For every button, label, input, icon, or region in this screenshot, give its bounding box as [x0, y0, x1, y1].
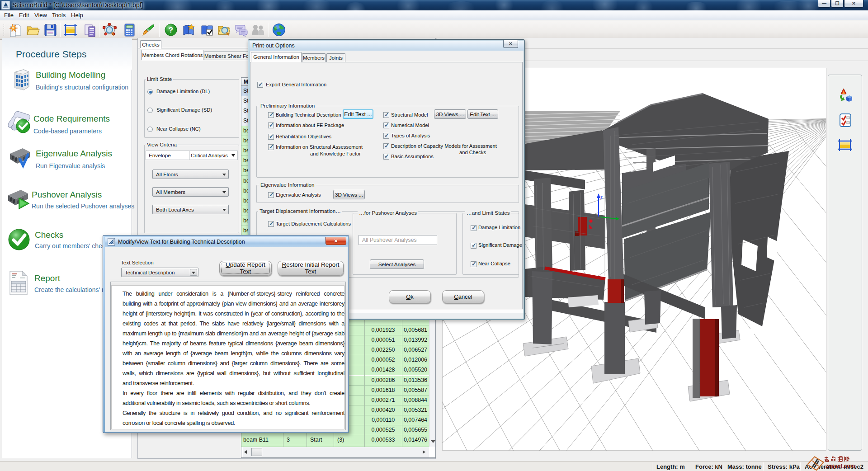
svg-text:z: z	[600, 195, 603, 200]
svg-text:zmjaxf.com: zmjaxf.com	[826, 463, 855, 469]
svg-text:?: ?	[169, 26, 173, 34]
